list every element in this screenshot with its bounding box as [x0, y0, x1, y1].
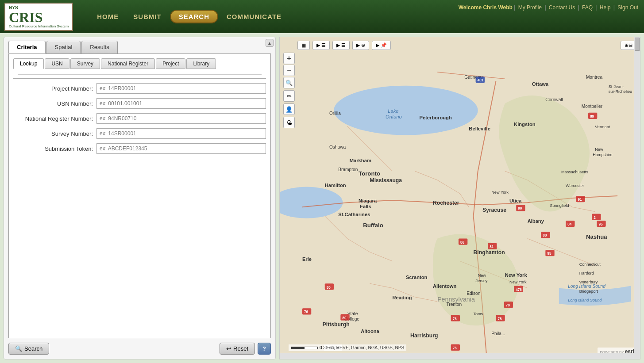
- project-number-input[interactable]: [96, 83, 266, 94]
- svg-text:76: 76: [453, 346, 457, 350]
- svg-text:76: 76: [453, 317, 457, 321]
- svg-text:Altoona: Altoona: [361, 329, 379, 334]
- svg-point-1: [334, 86, 478, 135]
- map-attribution: Esri, HERE, Garmin, NGA, USGS, NPS: [324, 344, 406, 351]
- svg-text:Buffalo: Buffalo: [363, 222, 383, 229]
- map-container[interactable]: Lake Ontario Long Island Sound: [280, 37, 640, 359]
- reset-button[interactable]: ↩ Reset: [220, 343, 255, 355]
- svg-text:Connecticut: Connecticut: [579, 262, 601, 267]
- svg-text:Syracuse: Syracuse: [482, 207, 506, 213]
- svg-text:Ottawa: Ottawa: [532, 81, 549, 87]
- svg-text:Binghamton: Binghamton: [474, 249, 505, 256]
- map-pin-button[interactable]: ▶ 📌: [372, 41, 391, 50]
- header: NYS CRIS Cultural Resource Information S…: [0, 0, 644, 33]
- survey-number-row: Survey Number:: [13, 128, 266, 139]
- panel-collapse-button[interactable]: ▲: [266, 39, 274, 47]
- svg-text:Oshawa: Oshawa: [329, 145, 346, 149]
- svg-text:Reading: Reading: [392, 295, 412, 300]
- tab-content: Lookup USN Survey National Register Proj…: [8, 53, 271, 338]
- sign-out-link[interactable]: Sign Out: [617, 4, 638, 11]
- table-icon: ▦: [301, 42, 306, 48]
- welcome-text: Welcome Chris Webb: [459, 4, 513, 11]
- map-search-tool[interactable]: 🔍: [283, 77, 295, 88]
- right-button-group: ↩ Reset ?: [220, 343, 271, 355]
- nav-submit[interactable]: SUBMIT: [127, 10, 168, 23]
- nr-number-label: National Register Number:: [13, 115, 93, 122]
- search-icon: 🔍: [15, 345, 22, 352]
- subtab-survey[interactable]: Survey: [70, 58, 100, 69]
- help-button[interactable]: ?: [258, 343, 271, 355]
- map-horizontal-scrollbar[interactable]: [280, 353, 634, 359]
- user-nav: Welcome Chris Webb | My Profile | Contac…: [459, 4, 640, 11]
- svg-rect-78: [592, 214, 601, 220]
- svg-text:81: 81: [490, 245, 494, 249]
- svg-text:Edison: Edison: [467, 291, 480, 296]
- map-user-tool[interactable]: 👤: [283, 103, 295, 115]
- map-panel[interactable]: Lake Ontario Long Island Sound: [279, 37, 640, 359]
- map-list-button-1[interactable]: ▶ ☰: [312, 41, 330, 50]
- contact-us-link[interactable]: Contact Us: [549, 4, 575, 11]
- map-vertical-scrollbar[interactable]: [634, 37, 640, 359]
- map-list-button-2[interactable]: ▶ ☰: [332, 41, 350, 50]
- nav-communicate[interactable]: COMMUNICATE: [220, 10, 288, 23]
- svg-text:New York: New York: [491, 190, 509, 195]
- usn-number-row: USN Number:: [13, 98, 266, 109]
- svg-text:80: 80: [327, 286, 331, 290]
- map-table-button[interactable]: ▦: [297, 41, 310, 50]
- svg-text:Long Island Sound: Long Island Sound: [568, 284, 605, 289]
- reset-icon: ↩: [226, 345, 231, 352]
- svg-text:Markham: Markham: [350, 158, 371, 163]
- nav-home[interactable]: HOME: [91, 10, 125, 23]
- svg-text:Pittsburgh: Pittsburgh: [323, 321, 350, 328]
- svg-text:sur-Richelieu: sur-Richelieu: [609, 89, 632, 94]
- subtab-lookup[interactable]: Lookup: [13, 58, 44, 69]
- nr-number-input[interactable]: [96, 113, 266, 124]
- svg-text:St-Jean-: St-Jean-: [609, 84, 624, 89]
- nr-number-row: National Register Number:: [13, 113, 266, 124]
- project-number-label: Project Number:: [13, 85, 93, 92]
- svg-text:Mississauga: Mississauga: [370, 177, 402, 183]
- survey-number-input[interactable]: [96, 128, 266, 139]
- svg-text:Cornwall: Cornwall: [545, 97, 563, 102]
- zoom-out-button[interactable]: −: [283, 65, 295, 76]
- search-button[interactable]: 🔍 Search: [8, 343, 49, 355]
- subtab-library[interactable]: Library: [186, 58, 216, 69]
- svg-text:Belleville: Belleville: [469, 126, 490, 131]
- subtab-national-register[interactable]: National Register: [101, 58, 155, 69]
- svg-text:Brampton: Brampton: [338, 167, 358, 172]
- svg-text:Nashua: Nashua: [586, 233, 607, 240]
- tab-criteria[interactable]: Criteria: [8, 41, 46, 53]
- usn-number-input[interactable]: [96, 98, 266, 109]
- svg-text:Albany: Albany: [528, 218, 544, 224]
- svg-text:95: 95: [547, 252, 551, 256]
- logo-box: NYS CRIS Cultural Resource Information S…: [4, 3, 73, 31]
- usn-number-label: USN Number:: [13, 100, 93, 107]
- subtab-project[interactable]: Project: [156, 58, 185, 69]
- zoom-in-button[interactable]: +: [283, 53, 295, 64]
- svg-text:Falls: Falls: [360, 204, 371, 209]
- svg-text:Orillia: Orillia: [329, 111, 341, 116]
- tab-spatial[interactable]: Spatial: [46, 41, 81, 53]
- svg-text:Erie: Erie: [302, 256, 312, 262]
- left-panel: ▲ Criteria Spatial Results Lookup USN Su…: [4, 37, 276, 359]
- svg-text:Phila...: Phila...: [491, 331, 505, 336]
- faq-link[interactable]: FAQ: [582, 4, 593, 11]
- nav-search[interactable]: SEARCH: [170, 10, 218, 23]
- scrollbar-thumb[interactable]: [635, 38, 640, 51]
- map-weather-tool[interactable]: 🌤: [283, 117, 295, 128]
- subtab-usn[interactable]: USN: [45, 58, 69, 69]
- svg-text:76: 76: [304, 310, 309, 314]
- pin-icon: ▶ 📌: [376, 42, 387, 48]
- search-label: Search: [24, 345, 42, 352]
- map-side-tools: 🔍 ✏ 👤 🌤: [283, 77, 295, 128]
- help-link[interactable]: Help: [600, 4, 611, 11]
- svg-text:95: 95: [598, 222, 603, 226]
- grid-icon: ⊞⊟: [625, 42, 632, 48]
- svg-text:Hamilton: Hamilton: [325, 183, 346, 188]
- map-draw-tool[interactable]: ✏: [283, 90, 295, 102]
- submission-token-input[interactable]: [96, 143, 266, 154]
- tab-results[interactable]: Results: [81, 41, 117, 53]
- map-globe-button[interactable]: ▶ ⊕: [352, 41, 369, 50]
- my-profile-link[interactable]: My Profile: [518, 4, 542, 11]
- svg-text:Toronto: Toronto: [359, 170, 380, 177]
